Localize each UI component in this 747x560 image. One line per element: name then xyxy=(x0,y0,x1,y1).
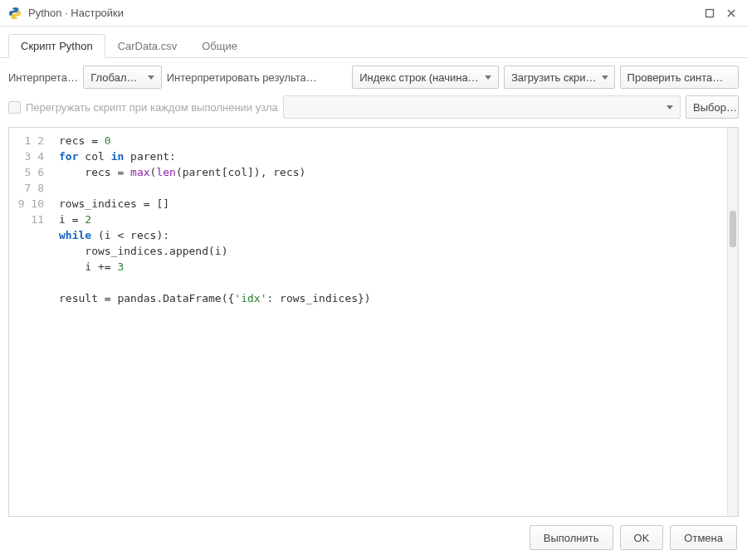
chevron-down-icon xyxy=(485,75,491,80)
line-gutter: 1 2 3 4 5 6 7 8 9 10 11 xyxy=(9,128,56,516)
window-maximize-icon[interactable] xyxy=(702,6,717,21)
tab-general[interactable]: Общие xyxy=(189,34,250,58)
python-icon xyxy=(8,7,22,20)
scrollbar-thumb[interactable] xyxy=(730,211,736,247)
toolbar: Интерпрета… Глобаль… Интерпретировать ре… xyxy=(0,58,747,124)
code-editor[interactable]: 1 2 3 4 5 6 7 8 9 10 11 recs = 0 for col… xyxy=(8,127,739,517)
interpret-results-label: Интерпретировать результа… xyxy=(167,71,348,84)
cancel-button[interactable]: Отмена xyxy=(670,525,737,550)
reload-script-label: Перегружать скрипт при каждом выполнении… xyxy=(26,101,278,114)
tab-cardata-csv[interactable]: CarData.csv xyxy=(105,34,190,58)
window-title: Python · Настройки xyxy=(28,7,124,19)
window-close-icon[interactable] xyxy=(724,6,739,21)
execute-button[interactable]: Выполнить xyxy=(530,525,613,550)
reload-script-checkbox[interactable] xyxy=(8,101,21,114)
tabs: Скрипт Python CarData.csv Общие xyxy=(0,27,747,58)
titlebar: Python · Настройки xyxy=(0,0,747,27)
code-content[interactable]: recs = 0 for col in parent: recs = max(l… xyxy=(56,128,738,516)
tab-python-script[interactable]: Скрипт Python xyxy=(8,34,105,58)
load-script-button[interactable]: Загрузить скри… xyxy=(504,66,615,89)
footer: Выполнить OK Отмена xyxy=(0,517,747,560)
interpreter-select[interactable]: Глобаль… xyxy=(83,66,161,89)
select-button[interactable]: Выбор… xyxy=(686,95,739,119)
chevron-down-icon xyxy=(666,105,673,110)
interpret-results-select[interactable]: Индекс строк (начина… xyxy=(352,66,499,89)
svg-rect-0 xyxy=(706,9,714,17)
editor-scrollbar[interactable] xyxy=(727,128,738,516)
ok-button[interactable]: OK xyxy=(620,525,664,550)
chevron-down-icon xyxy=(148,75,154,80)
chevron-down-icon xyxy=(602,75,608,80)
script-path-select[interactable] xyxy=(283,95,681,119)
check-syntax-button[interactable]: Проверить синта… xyxy=(620,66,739,89)
interpreter-label: Интерпрета… xyxy=(8,71,78,84)
